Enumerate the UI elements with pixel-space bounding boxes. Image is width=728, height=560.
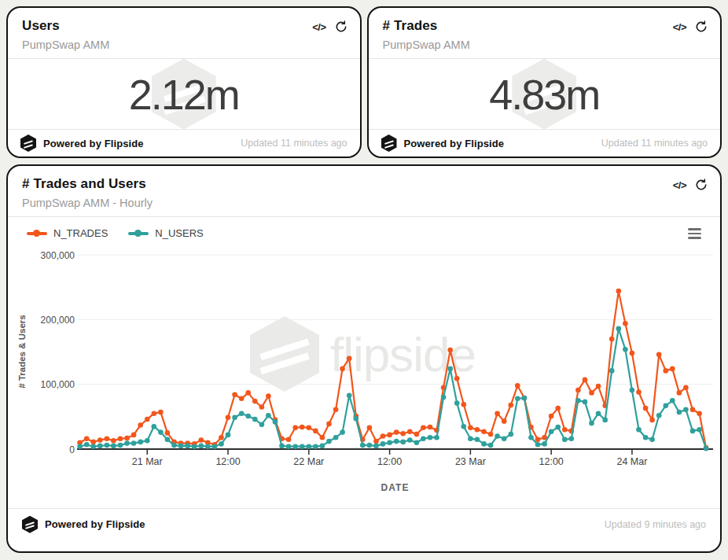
- powered-by-label[interactable]: Powered by Flipside: [45, 518, 145, 530]
- svg-text:flipside: flipside: [330, 327, 476, 381]
- legend-label: N_USERS: [155, 227, 203, 239]
- svg-text:24 Mar: 24 Mar: [616, 456, 647, 467]
- line-chart-canvas: 0100,000200,000300,000flipside21 Mar12:0…: [8, 247, 720, 500]
- code-icon[interactable]: </>: [312, 21, 325, 33]
- svg-text:# Trades & Users: # Trades & Users: [17, 315, 27, 388]
- code-icon[interactable]: </>: [673, 21, 686, 33]
- legend-marker-icon: [27, 230, 47, 237]
- refresh-icon[interactable]: [695, 179, 708, 191]
- flipside-logo-icon: [22, 516, 38, 533]
- chart-card-title: # Trades and Users: [22, 176, 153, 192]
- users-card: Users PumpSwap AMM </> 2.12m Powered by …: [6, 6, 362, 158]
- top-cards-row: Users PumpSwap AMM </> 2.12m Powered by …: [6, 6, 722, 158]
- legend-marker-icon: [128, 230, 149, 237]
- refresh-icon[interactable]: [695, 20, 708, 33]
- updated-timestamp: Updated 9 minutes ago: [605, 519, 706, 530]
- menu-icon[interactable]: [686, 227, 703, 241]
- svg-text:21 Mar: 21 Mar: [132, 456, 163, 467]
- powered-by-label[interactable]: Powered by Flipside: [404, 138, 505, 149]
- svg-text:12:00: 12:00: [539, 456, 564, 467]
- trades-card-header: # Trades PumpSwap AMM </>: [369, 8, 721, 58]
- users-card-header: Users PumpSwap AMM </>: [8, 8, 360, 58]
- trades-card-subtitle: PumpSwap AMM: [383, 39, 470, 51]
- flipside-watermark: flipside: [250, 316, 476, 392]
- svg-text:DATE: DATE: [381, 482, 410, 493]
- svg-text:0: 0: [69, 444, 75, 455]
- flipside-logo-icon: [381, 134, 397, 152]
- chart-card-header: # Trades and Users PumpSwap AMM - Hourly…: [8, 166, 720, 216]
- legend-item[interactable]: N_TRADES: [27, 227, 108, 239]
- updated-timestamp: Updated 11 minutes ago: [601, 138, 708, 149]
- trades-value: 4.83m: [489, 70, 599, 119]
- svg-text:300,000: 300,000: [41, 249, 75, 260]
- refresh-icon[interactable]: [335, 20, 347, 33]
- trades-value-panel: 4.83m: [369, 59, 721, 129]
- chart-area: 0100,000200,000300,000flipside21 Mar12:0…: [8, 247, 720, 500]
- svg-text:23 Mar: 23 Mar: [455, 456, 486, 467]
- powered-by-label[interactable]: Powered by Flipside: [43, 138, 144, 149]
- svg-text:12:00: 12:00: [377, 456, 402, 467]
- users-value-panel: 2.12m: [8, 59, 360, 129]
- users-value: 2.12m: [129, 70, 239, 119]
- chart-legend: N_TRADESN_USERS: [27, 227, 204, 239]
- chart-card-subtitle: PumpSwap AMM - Hourly: [22, 197, 153, 209]
- svg-text:12:00: 12:00: [215, 456, 240, 467]
- trades-card-footer: Powered by Flipside Updated 11 minutes a…: [369, 130, 721, 157]
- code-icon[interactable]: </>: [673, 179, 686, 191]
- svg-text:100,000: 100,000: [41, 379, 75, 390]
- svg-text:200,000: 200,000: [41, 315, 75, 326]
- chart-card-footer: Powered by Flipside Updated 9 minutes ag…: [8, 509, 720, 540]
- trades-card: # Trades PumpSwap AMM </> 4.83m Powered …: [367, 6, 722, 158]
- users-card-footer: Powered by Flipside Updated 11 minutes a…: [8, 130, 360, 157]
- trades-users-chart-card: # Trades and Users PumpSwap AMM - Hourly…: [6, 164, 722, 553]
- updated-timestamp: Updated 11 minutes ago: [241, 138, 347, 149]
- users-card-title: Users: [22, 18, 109, 34]
- users-card-subtitle: PumpSwap AMM: [22, 39, 109, 51]
- legend-item[interactable]: N_USERS: [128, 227, 203, 239]
- legend-label: N_TRADES: [53, 227, 108, 239]
- chart-legend-row: N_TRADESN_USERS: [8, 217, 720, 247]
- flipside-logo-icon: [20, 134, 36, 152]
- svg-text:22 Mar: 22 Mar: [293, 456, 324, 467]
- trades-card-title: # Trades: [383, 18, 470, 34]
